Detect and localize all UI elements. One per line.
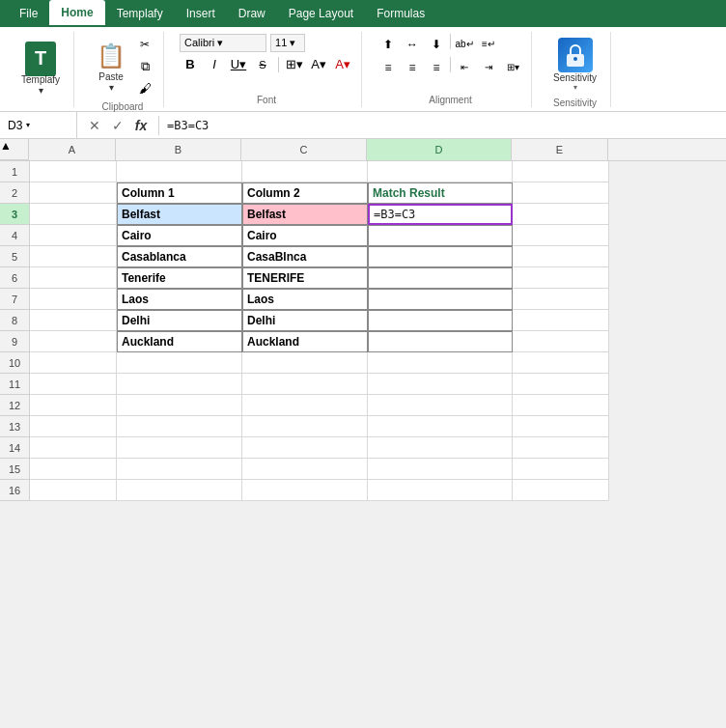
italic-button[interactable]: I xyxy=(204,54,225,75)
cell-a10[interactable] xyxy=(30,352,117,374)
align-top-button[interactable]: ⬆ xyxy=(377,34,399,55)
col-header-b[interactable]: B xyxy=(116,139,241,160)
cell-b13[interactable] xyxy=(117,416,242,437)
cell-a9[interactable] xyxy=(30,331,117,352)
align-bottom-button[interactable]: ⬇ xyxy=(426,34,447,55)
cell-d10[interactable] xyxy=(368,352,513,374)
borders-button[interactable]: ⊞▾ xyxy=(284,54,305,75)
confirm-formula-icon[interactable]: ✓ xyxy=(108,116,127,135)
increase-indent-button[interactable]: ⇥ xyxy=(478,57,499,78)
col-header-d[interactable]: D xyxy=(367,139,512,160)
tab-home[interactable]: Home xyxy=(49,0,104,27)
cell-c3[interactable]: Belfast xyxy=(242,204,368,225)
format-painter-button[interactable]: 🖌 xyxy=(134,78,155,99)
row-header-13[interactable]: 13 xyxy=(0,416,29,437)
cell-b7[interactable]: Laos xyxy=(117,289,242,310)
cut-button[interactable]: ✂ xyxy=(134,34,155,55)
cell-c8[interactable]: Delhi xyxy=(242,310,368,331)
cell-a2[interactable] xyxy=(30,182,117,204)
cell-a13[interactable] xyxy=(30,416,117,437)
cell-d8[interactable] xyxy=(368,310,513,331)
cell-e1[interactable] xyxy=(513,161,609,182)
cell-b1[interactable] xyxy=(117,161,242,182)
cell-b16[interactable] xyxy=(117,480,242,501)
cell-b5[interactable]: Casablanca xyxy=(117,246,242,267)
underline-button[interactable]: U▾ xyxy=(228,54,249,75)
align-left-button[interactable]: ≡ xyxy=(377,57,399,78)
cell-c5[interactable]: CasaBlnca xyxy=(242,246,368,267)
cell-a16[interactable] xyxy=(30,480,117,501)
cell-d15[interactable] xyxy=(368,459,513,480)
text-direction-button[interactable]: ab↵ xyxy=(454,34,475,55)
font-name-dropdown[interactable]: Calibri ▾ xyxy=(180,34,266,52)
tab-insert[interactable]: Insert xyxy=(175,0,227,27)
cell-c4[interactable]: Cairo xyxy=(242,225,368,246)
cell-d4[interactable] xyxy=(368,225,513,246)
cell-a15[interactable] xyxy=(30,459,117,480)
cell-a4[interactable] xyxy=(30,225,117,246)
corner-cell[interactable]: ▲ xyxy=(0,139,29,160)
cell-d14[interactable] xyxy=(368,437,513,459)
cell-d5[interactable] xyxy=(368,246,513,267)
cell-c16[interactable] xyxy=(242,480,368,501)
row-header-11[interactable]: 11 xyxy=(0,374,29,395)
strikethrough-button[interactable]: S xyxy=(252,54,273,75)
cell-e13[interactable] xyxy=(513,416,609,437)
cell-e4[interactable] xyxy=(513,225,609,246)
cell-c14[interactable] xyxy=(242,437,368,459)
cell-c13[interactable] xyxy=(242,416,368,437)
cell-b4[interactable]: Cairo xyxy=(117,225,242,246)
row-header-8[interactable]: 8 xyxy=(0,310,29,331)
col-header-c[interactable]: C xyxy=(241,139,367,160)
row-header-7[interactable]: 7 xyxy=(0,289,29,310)
cancel-formula-icon[interactable]: ✕ xyxy=(85,116,104,135)
cell-c1[interactable] xyxy=(242,161,368,182)
cell-d11[interactable] xyxy=(368,374,513,395)
row-header-14[interactable]: 14 xyxy=(0,437,29,459)
tab-page-layout[interactable]: Page Layout xyxy=(277,0,365,27)
cell-b12[interactable] xyxy=(117,395,242,416)
row-header-2[interactable]: 2 xyxy=(0,182,29,204)
cell-a1[interactable] xyxy=(30,161,117,182)
row-header-6[interactable]: 6 xyxy=(0,267,29,289)
cell-b6[interactable]: Tenerife xyxy=(117,267,242,289)
cell-reference-box[interactable]: D3 ▾ xyxy=(0,112,77,138)
cell-d6[interactable] xyxy=(368,267,513,289)
fill-color-button[interactable]: A▾ xyxy=(308,54,329,75)
cell-d13[interactable] xyxy=(368,416,513,437)
tab-formulas[interactable]: Formulas xyxy=(365,0,436,27)
cell-a12[interactable] xyxy=(30,395,117,416)
formula-input[interactable] xyxy=(159,119,726,132)
cell-d9[interactable] xyxy=(368,331,513,352)
decrease-indent-button[interactable]: ⇤ xyxy=(454,57,475,78)
tab-draw[interactable]: Draw xyxy=(227,0,277,27)
align-middle-button[interactable]: ↔ xyxy=(402,34,423,55)
cell-a8[interactable] xyxy=(30,310,117,331)
cell-c11[interactable] xyxy=(242,374,368,395)
cell-b15[interactable] xyxy=(117,459,242,480)
col-header-e[interactable]: E xyxy=(512,139,608,160)
templafy-button[interactable]: T Templafy▾ xyxy=(15,40,66,99)
row-header-10[interactable]: 10 xyxy=(0,352,29,374)
align-right-button[interactable]: ≡ xyxy=(426,57,447,78)
row-header-1[interactable]: 1 xyxy=(0,161,29,182)
row-header-4[interactable]: 4 xyxy=(0,225,29,246)
copy-button[interactable]: ⧉ xyxy=(134,56,155,77)
row-header-12[interactable]: 12 xyxy=(0,395,29,416)
cell-a11[interactable] xyxy=(30,374,117,395)
tab-file[interactable]: File xyxy=(8,0,49,27)
cell-e3[interactable] xyxy=(513,204,609,225)
cell-a14[interactable] xyxy=(30,437,117,459)
cell-a6[interactable] xyxy=(30,267,117,289)
font-color-button[interactable]: A▾ xyxy=(332,54,353,75)
cell-a5[interactable] xyxy=(30,246,117,267)
sensitivity-button[interactable]: Sensitivity ▾ xyxy=(547,34,602,96)
cell-d1[interactable] xyxy=(368,161,513,182)
font-size-dropdown[interactable]: 11 ▾ xyxy=(270,34,305,52)
cell-a3[interactable] xyxy=(30,204,117,225)
cell-e6[interactable] xyxy=(513,267,609,289)
cell-e16[interactable] xyxy=(513,480,609,501)
cell-c10[interactable] xyxy=(242,352,368,374)
cell-b14[interactable] xyxy=(117,437,242,459)
paste-button[interactable]: 📋 Paste▾ xyxy=(90,37,132,97)
